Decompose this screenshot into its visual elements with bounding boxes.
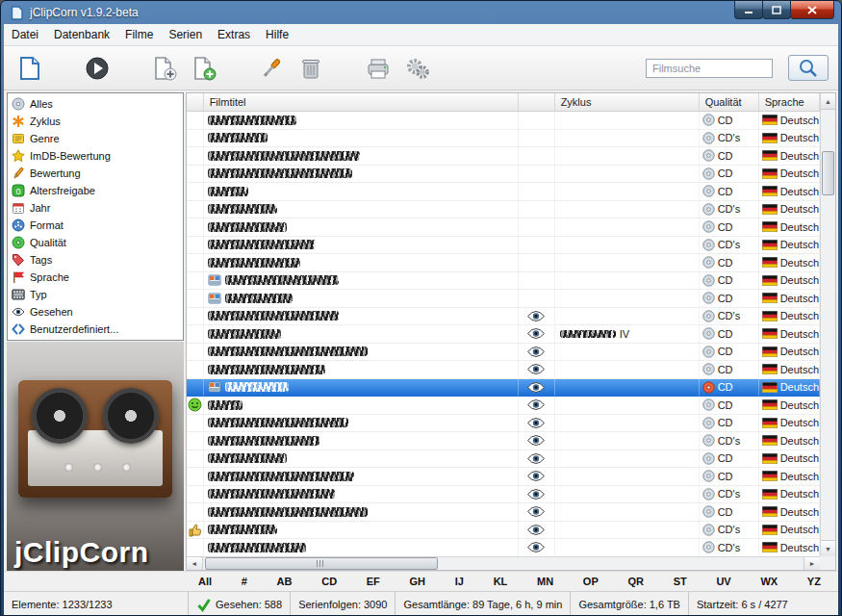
alphabet-filter-all[interactable]: All [196,576,214,587]
alphabet-filter-mn[interactable]: MN [535,576,555,587]
table-row[interactable]: CDDeutsch [187,361,820,379]
minimize-button[interactable] [734,1,763,19]
alphabet-filter-#[interactable]: # [240,576,249,587]
search-input[interactable] [646,59,773,78]
horizontal-scroll-thumb[interactable] [205,557,438,570]
table-row[interactable]: CDDeutsch [187,397,820,415]
column-header-qualitaet[interactable]: Qualität [700,93,759,111]
titlebar[interactable]: jClipCorn v1.9.2-beta [4,1,838,24]
table-row[interactable]: CD'sDeutsch [187,308,820,326]
quality-label: CD [718,346,733,357]
movie-title-scribble [208,346,368,356]
add-movie-button[interactable] [146,50,183,87]
tags-icon [12,253,25,267]
alphabet-filter-wx[interactable]: WX [758,576,779,587]
german-flag-icon [762,453,778,464]
sidebar-item-benutzerdefiniert[interactable]: Benutzerdefiniert... [10,321,181,338]
table-row[interactable]: CD'sDeutsch [187,539,820,557]
alphabet-filter-kl[interactable]: KL [492,576,510,587]
zyklus-cell [555,432,700,449]
movie-title-cell [204,503,519,521]
column-header-zyklus[interactable]: Zyklus [555,93,700,111]
table-row[interactable]: CDDeutsch [187,112,820,130]
column-header[interactable] [187,93,204,111]
alphabet-filter-ef[interactable]: EF [365,576,382,587]
column-header-filmtitel[interactable]: Filmtitel [204,93,519,111]
menu-item-serien[interactable]: Serien [161,24,210,45]
scroll-left-arrow[interactable]: ◄ [187,557,203,570]
alphabet-filter-qr[interactable]: QR [625,576,646,587]
menu-item-datei[interactable]: Datei [4,24,46,45]
sidebar-item-genre[interactable]: Genre [10,130,181,147]
sidebar-item-gesehen[interactable]: Gesehen [10,303,181,321]
scroll-down-arrow[interactable]: ▼ [821,540,835,556]
table-row[interactable]: CDDeutsch [187,272,820,291]
table-row[interactable]: CDDeutsch [187,450,820,469]
sidebar-item-sprache[interactable]: Sprache [10,269,181,286]
alphabet-filter-uv[interactable]: UV [714,576,732,587]
table-row[interactable]: IVCDDeutsch [187,325,820,344]
sidebar-item-jahr[interactable]: Jahr [10,199,181,217]
sidebar-item-bewertung[interactable]: Bewertung [10,165,181,182]
table-row[interactable]: CDDeutsch [187,344,820,362]
sidebar-item-typ[interactable]: Typ [10,286,181,303]
table-row[interactable]: CDDeutsch [187,468,820,486]
menu-item-filme[interactable]: Filme [117,24,161,45]
table-row[interactable]: CDDeutsch [187,166,820,184]
table-row[interactable]: CD'sDeutsch [187,130,820,148]
scroll-up-arrow[interactable]: ▲ [821,93,835,110]
table-row[interactable]: CDDeutsch [187,290,820,308]
table-row[interactable]: CD'sDeutsch [187,486,820,504]
settings-button[interactable] [399,50,436,87]
sidebar-item-zyklus[interactable]: Zyklus [10,113,181,130]
table-row[interactable]: CDDeutsch [187,183,820,201]
menu-item-datenbank[interactable]: Datenbank [46,24,117,45]
horizontal-scrollbar[interactable]: ◄ ► [187,556,820,570]
new-database-button[interactable] [12,50,48,87]
export-button[interactable] [360,50,396,87]
add-series-button[interactable] [186,50,222,87]
tools-button[interactable] [253,50,290,87]
sidebar-item-alles[interactable]: Alles [10,95,181,113]
sidebar-item-tags[interactable]: Tags [10,251,181,269]
sidebar-item-altersfreigabe[interactable]: 0Altersfreigabe [10,182,181,199]
menu-item-hilfe[interactable]: Hilfe [258,24,296,45]
alphabet-filter-ab[interactable]: AB [275,576,294,587]
alphabet-filter-gh[interactable]: GH [408,576,428,587]
column-header-sprache[interactable]: Sprache [759,93,820,111]
scrollbar-corner [820,556,835,570]
column-header-seen[interactable] [519,93,555,111]
scroll-right-arrow[interactable]: ► [804,557,820,570]
eye-icon [526,327,546,340]
table-row[interactable]: CDDeutsch [187,379,820,398]
alphabet-filter-yz[interactable]: YZ [805,576,823,587]
delete-button[interactable] [293,50,329,87]
table-row[interactable]: CD'sDeutsch [187,432,820,450]
maximize-button[interactable] [762,1,791,19]
table-row[interactable]: CDDeutsch [187,218,820,237]
alphabet-filter-op[interactable]: OP [581,576,600,587]
vertical-scrollbar[interactable]: ▲ ▼ [820,93,835,556]
play-movie-button[interactable] [79,50,115,87]
sidebar-item-format[interactable]: Format [10,217,181,234]
table-row[interactable]: CDDeutsch [187,147,820,166]
sidebar-item-imdb-bewertung[interactable]: ImDB-Bewertung [10,147,181,165]
table-row[interactable]: CD'sDeutsch [187,522,820,540]
table-row[interactable]: CDDeutsch [187,254,820,272]
alphabet-filter-ij[interactable]: IJ [453,576,466,587]
quality-cell: CD [700,361,759,378]
alphabet-filter-st[interactable]: ST [672,576,689,587]
row-status-cell [187,432,204,449]
alphabet-filter-cd[interactable]: CD [319,576,339,587]
search-button[interactable] [788,55,829,81]
main-area: AllesZyklusGenreImDB-BewertungBewertung0… [4,90,838,571]
table-row[interactable]: CDDeutsch [187,415,820,433]
menu-item-extras[interactable]: Extras [210,24,258,45]
table-row[interactable]: CDDeutsch [187,503,820,522]
table-row[interactable]: CD'sDeutsch [187,201,820,219]
vertical-scroll-thumb[interactable] [822,151,834,195]
table-row[interactable]: CD'sDeutsch [187,237,820,255]
sidebar-item-label: Alles [30,98,53,110]
sidebar-item-qualit-t[interactable]: Qualität [10,234,181,251]
close-button[interactable] [790,1,834,19]
